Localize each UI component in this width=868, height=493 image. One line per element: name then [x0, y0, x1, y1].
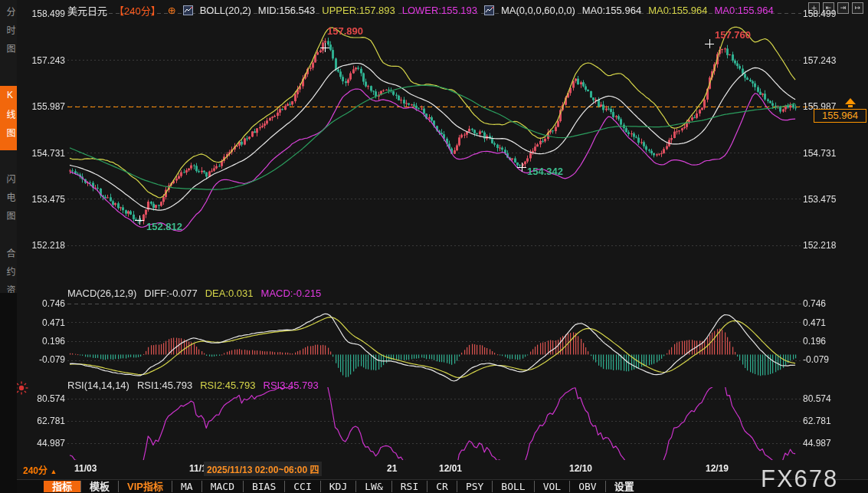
- y-axis-label: 158.499: [22, 8, 65, 19]
- sidebar-tab-timeshare[interactable]: 分时图: [0, 3, 17, 66]
- y-axis-label: 155.987: [22, 101, 65, 112]
- boll-label: BOLL(20,2): [200, 5, 251, 16]
- toolbar-item-bias[interactable]: BIAS: [243, 481, 284, 492]
- toolbar-item-kdj[interactable]: KDJ: [320, 481, 355, 492]
- macd-axis-label: 0.746: [22, 298, 65, 309]
- crosshair-time-tooltip: 2025/11/13 02:00~06:00 四: [204, 462, 322, 476]
- current-price-box: 155.964: [814, 109, 866, 123]
- macd-title[interactable]: MACD(26,12,9): [67, 288, 136, 299]
- rsi-axis-label: 62.781: [803, 416, 831, 426]
- y-axis-label: 158.499: [803, 8, 836, 19]
- macd-axis-label: 0.196: [803, 336, 826, 347]
- sidebar-spacer: [0, 293, 17, 493]
- macd-axis-label: 0.471: [803, 317, 826, 328]
- macd-axis-label: -0.079: [803, 354, 829, 365]
- period-selector[interactable]: 240分 ▲: [23, 463, 57, 476]
- sidebar-tab-kline[interactable]: K线图: [0, 86, 17, 150]
- high-annotation: 157.760: [715, 29, 751, 41]
- date-label: 21: [387, 463, 397, 474]
- macd-axis-label: 0.471: [22, 317, 65, 328]
- toolbar-item-lwr[interactable]: LW&: [355, 481, 391, 492]
- toolbar-item-template[interactable]: 模板: [80, 481, 118, 492]
- chart-header: 美元日元 【240分】 ⊕ BOLL(20,2) MID:156.543 UPP…: [67, 3, 774, 18]
- high-annotation: 157.890: [327, 25, 363, 37]
- boll-upper-value: UPPER:157.893: [322, 5, 395, 16]
- boll-indicator-icon[interactable]: [183, 5, 193, 15]
- rsi1-value: RSI1:45.793: [137, 380, 192, 391]
- period-label[interactable]: 【240分】: [114, 3, 161, 18]
- date-label: 12/19: [706, 463, 729, 474]
- shift-right-icon[interactable]: ↦: [852, 2, 863, 14]
- rsi-title[interactable]: RSI(14,14,14): [67, 380, 129, 391]
- toolbar-item-vol[interactable]: VOL: [534, 481, 569, 492]
- axis-right-icon[interactable]: ⇥: [837, 2, 849, 14]
- date-label: 12/10: [569, 463, 592, 474]
- chart-canvas[interactable]: [0, 0, 868, 493]
- macd-value: MACD:-0.215: [261, 288, 322, 299]
- toolbar-item-boll[interactable]: BOLL: [492, 481, 533, 492]
- y-axis-label: 152.218: [803, 240, 836, 251]
- link-icon[interactable]: ⊕: [168, 5, 176, 15]
- date-label: 11/03: [74, 463, 97, 474]
- toolbar-item-indicator[interactable]: 指标: [44, 481, 80, 492]
- rsi-axis-label: 80.574: [22, 393, 65, 404]
- ma0-magenta-value: MA0:155.964: [714, 5, 773, 16]
- macd-axis-label: -0.079: [22, 354, 65, 365]
- date-label: 12/01: [439, 463, 462, 474]
- y-axis-label: 154.731: [22, 148, 65, 159]
- toolbar-item-ma[interactable]: MA: [172, 481, 201, 492]
- y-axis-label: 157.243: [803, 55, 836, 66]
- toolbar-item-settings[interactable]: 设置: [605, 481, 643, 492]
- macd-axis-label: 0.746: [803, 298, 826, 309]
- macd-diff-value: DIFF:-0.077: [144, 288, 197, 299]
- toolbar-item-cr[interactable]: CR: [427, 481, 457, 492]
- rsi-axis-label: 80.574: [803, 393, 831, 404]
- rsi-axis-label: 44.987: [803, 438, 831, 449]
- y-axis-label: 153.475: [22, 194, 65, 205]
- rsi-axis-label: 62.781: [22, 416, 65, 426]
- sidebar-tab-lightning[interactable]: 闪电图: [0, 170, 17, 233]
- low-annotation: 152.812: [146, 221, 182, 232]
- boll-mid-value: MID:156.543: [258, 5, 315, 16]
- indicator-toolbar: 指标 模板 VIP指标 MA MACD BIAS CCI KDJ LW& RSI…: [17, 479, 868, 493]
- symbol-title: 美元日元: [67, 3, 107, 18]
- ma0-yellow-value: MA0:155.964: [648, 5, 707, 16]
- rsi2-value: RSI2:45.793: [200, 380, 255, 391]
- y-axis-label: 157.243: [22, 55, 65, 66]
- rsi-header: RSI(14,14,14) RSI1:45.793 RSI2:45.793 RS…: [67, 380, 319, 391]
- ma-label: MA(0,0,0,60,0,0): [501, 5, 575, 16]
- boll-lower-value: LOWER:155.193: [402, 5, 477, 16]
- ma-indicator-icon[interactable]: [484, 5, 494, 15]
- period-arrow-icon: ▲: [50, 468, 57, 475]
- ma0-white-value: MA0:155.964: [582, 5, 641, 16]
- toolbar-item-obv[interactable]: OBV: [569, 481, 604, 492]
- fx678-watermark: FX678: [761, 465, 838, 493]
- macd-dea-value: DEA:0.031: [205, 288, 254, 299]
- y-axis-label: 153.475: [803, 194, 836, 205]
- y-axis-label: 154.731: [803, 148, 836, 159]
- macd-header: MACD(26,12,9) DIFF:-0.077 DEA:0.031 MACD…: [67, 288, 321, 299]
- toolbar-item-vip-indicator[interactable]: VIP指标: [118, 481, 172, 492]
- period-text: 240分: [23, 465, 47, 476]
- chart-app-window: 美元日元 【240分】 ⊕ BOLL(20,2) MID:156.543 UPP…: [0, 0, 868, 493]
- toolbar-item-macd[interactable]: MACD: [201, 481, 243, 492]
- toolbar-item-rsi[interactable]: RSI: [391, 481, 427, 492]
- toolbar-item-psy[interactable]: PSY: [457, 481, 492, 492]
- rsi3-value: RSI3:45.793: [264, 380, 319, 391]
- low-annotation: 154.342: [527, 166, 563, 177]
- macd-axis-label: 0.196: [22, 336, 65, 347]
- y-axis-label: 152.218: [22, 240, 65, 251]
- rsi-axis-label: 44.987: [22, 438, 65, 449]
- toolbar-item-cci[interactable]: CCI: [284, 481, 319, 492]
